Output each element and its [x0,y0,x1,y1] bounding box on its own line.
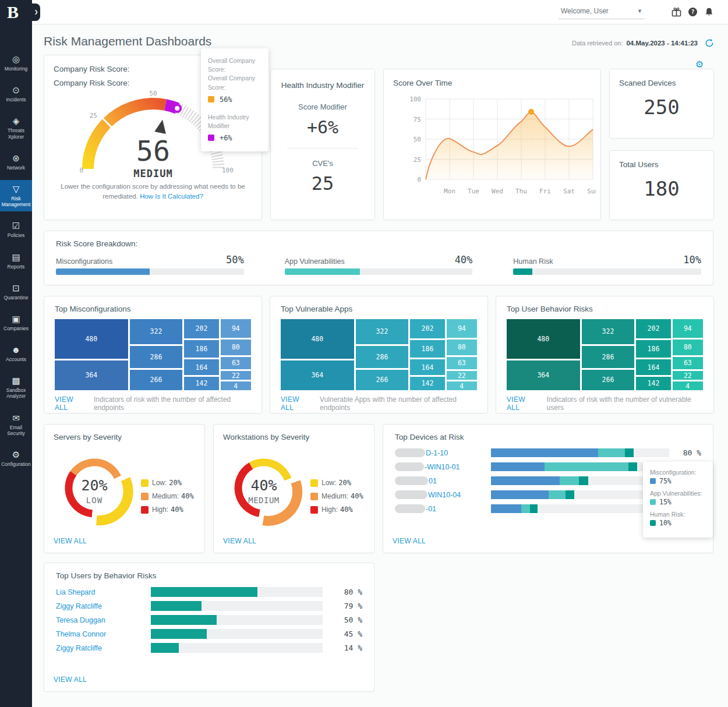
treemap-cell[interactable]: 94 [221,319,251,338]
view-all-link[interactable]: VIEW ALL [55,395,86,412]
breakdown-bar[interactable] [513,268,701,275]
treemap-cell[interactable]: 266 [582,370,635,390]
treemap-cell[interactable]: 94 [673,319,703,338]
treemap-cell[interactable]: 364 [55,360,128,390]
treemap-cell[interactable]: 4 [673,381,703,390]
user-risk-percent: 50 % [323,616,362,624]
treemap: 480364322286266202186164142948063224 [281,319,477,390]
sidebar-item-email-security[interactable]: ✉ Email Security [0,409,32,440]
treemap-cell[interactable]: 202 [410,319,444,338]
user-risk-bar[interactable] [151,643,323,653]
treemap-cell[interactable]: 94 [447,319,477,338]
treemap-cell[interactable]: 164 [410,359,444,375]
treemap-cell[interactable]: 186 [410,340,444,358]
notifications-bell-icon[interactable] [704,7,714,17]
treemap-cell[interactable]: 266 [356,370,409,390]
sidebar-item-sandbox-analyzer[interactable]: ▩ Sandbox Analyzer [0,372,32,403]
servers-severity-donut[interactable]: 20% LOW [54,443,141,538]
view-all-link[interactable]: VIEW ALL [393,537,426,545]
sidebar-item-threats-xplorer[interactable]: ◈ Threats Xplorer [0,112,32,143]
device-name-link[interactable]: WIN10-04 [428,491,461,499]
treemap-cell[interactable]: 286 [582,346,635,368]
user-name-link[interactable]: Teresa Duggan [56,616,151,624]
treemap-cell[interactable]: 4 [447,381,477,390]
treemap-cell[interactable]: 63 [673,357,703,369]
user-risk-bar[interactable] [151,615,323,625]
user-name-link[interactable]: Ziggy Ratcliffe [56,644,151,652]
sidebar-item-accounts[interactable]: ☻ Accounts [0,341,32,366]
user-risk-bar[interactable] [151,601,323,611]
treemap-cell[interactable]: 142 [410,377,444,390]
treemap-cell[interactable]: 286 [130,346,183,368]
treemap-cell[interactable]: 202 [636,319,670,338]
view-all-link[interactable]: VIEW ALL [281,395,312,412]
device-name-link[interactable]: D-1-10 [426,449,448,457]
modifier-swatch [208,135,214,141]
sidebar-item-configuration[interactable]: ⚙ Configuration [0,446,32,471]
treemap-cell[interactable]: 322 [582,319,635,344]
sidebar-expand-button[interactable]: ❯ [32,3,40,21]
treemap-cell[interactable]: 186 [184,340,218,358]
workstations-severity-donut[interactable]: 40% MEDIUM [223,443,310,538]
treemap-cell[interactable]: 142 [184,377,218,390]
treemap-cell[interactable]: 22 [673,371,703,380]
treemap-cell[interactable]: 480 [507,319,580,359]
sidebar-item-policies[interactable]: ☑ Policies [0,217,32,242]
breakdown-bar[interactable] [56,268,244,275]
treemap-cell[interactable]: 186 [636,340,670,358]
user-name-link[interactable]: Thelma Connor [56,630,151,638]
treemap-cell[interactable]: 286 [356,346,409,368]
treemap-cell[interactable]: 4 [221,381,251,390]
view-all-link[interactable]: VIEW ALL [223,537,256,545]
view-all-link[interactable]: VIEW ALL [54,676,87,684]
user-menu-dropdown[interactable]: Welcome, User ▼ [559,5,645,19]
dashboard-settings-gear-icon[interactable]: ⚙ [695,59,704,70]
sidebar-item-monitoring[interactable]: ◎ Monitoring [0,50,32,76]
sidebar-item-risk-management[interactable]: ▽ Risk Management [0,180,32,211]
help-icon[interactable]: ? [688,7,698,17]
users-row: Top Users by Behavior Risks Lia Shepard … [44,563,728,692]
tooltip-item: Misconfiguration:75% [650,469,706,485]
sidebar-item-reports[interactable]: ▤ Reports [0,248,32,274]
treemap-cell[interactable]: 364 [281,360,354,390]
treemap-cell[interactable]: 480 [55,319,128,359]
breakdown-bar[interactable] [285,268,473,275]
device-name-link[interactable]: 01 [429,477,437,485]
treemap-cell[interactable]: 142 [636,377,670,390]
sidebar-item-quarantine[interactable]: ⊡ Quarantine [0,279,32,305]
treemap-cell[interactable]: 164 [184,359,218,375]
how-calculated-link[interactable]: How Is It Calculated? [140,193,203,200]
user-name-link[interactable]: Lia Shepard [56,588,151,596]
treemap-cell[interactable]: 80 [447,340,477,355]
gift-icon[interactable] [672,7,681,17]
risk-score-breakdown-card: Risk Score Breakdown: Misconfigurations5… [44,231,713,285]
treemap-cell[interactable]: 22 [447,371,477,380]
treemap-cell[interactable]: 322 [130,319,183,344]
user-name-link[interactable]: Ziggy Ratcliffe [56,602,151,610]
treemap-cell[interactable]: 22 [221,371,251,380]
treemap-cell[interactable]: 202 [184,319,218,338]
treemap-cell[interactable]: 266 [130,370,183,390]
refresh-icon[interactable] [705,38,714,48]
treemap-cell[interactable]: 63 [447,357,477,369]
user-risk-bar[interactable] [151,587,323,597]
sidebar-item-network[interactable]: ⊛ Network [0,149,32,175]
view-all-link[interactable]: VIEW ALL [507,395,539,412]
treemap-cell[interactable]: 322 [356,319,409,344]
treemap-cell[interactable]: 480 [281,319,354,359]
treemap-cell[interactable]: 63 [221,357,251,369]
device-name-link[interactable]: -WIN10-01 [425,463,460,471]
treemap-cell[interactable]: 164 [636,359,670,375]
sidebar-item-companies[interactable]: ▣ Companies [0,310,32,335]
redacted-device-name-pill [395,462,424,471]
treemap-cell[interactable]: 364 [507,360,580,390]
view-all-link[interactable]: VIEW ALL [54,537,87,545]
sidebar-item-incidents[interactable]: ⊙ Incidents [0,81,32,107]
card-caption: Vulnerable Apps with the number of affec… [320,395,477,412]
treemap-cell[interactable]: 80 [221,340,251,355]
user-risk-bar[interactable] [151,629,323,639]
treemap-cell[interactable]: 80 [673,340,703,355]
score-over-time-chart[interactable]: 1007550 250 MonTueWed ThuFriSat Sun [393,87,591,209]
device-risk-bar[interactable] [491,448,670,457]
device-name-link[interactable]: -01 [426,505,436,513]
